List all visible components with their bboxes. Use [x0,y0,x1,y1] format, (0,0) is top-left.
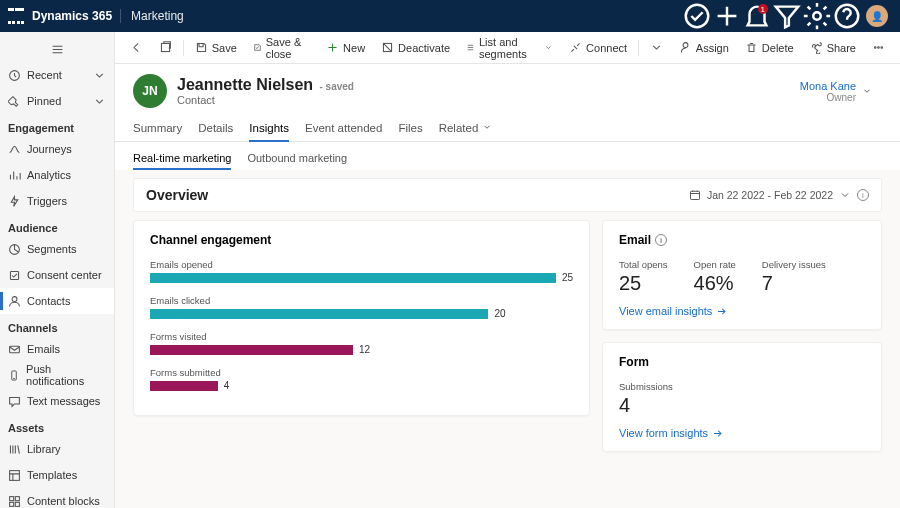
bar-label: Forms submitted [150,367,573,378]
bar-label: Forms visited [150,331,573,342]
sidebar-item-analytics[interactable]: Analytics [0,162,114,188]
sidebar-recent-label: Recent [27,69,62,81]
bar-row: 12 [150,344,573,355]
view-form-insights-link[interactable]: View form insights [619,427,865,439]
sidebar-item-push[interactable]: Push notifications [0,362,114,388]
settings-icon[interactable] [802,0,832,32]
notifications-icon[interactable]: 1 [742,0,772,32]
sidebar-recent[interactable]: Recent [0,62,114,88]
deactivate-button[interactable]: Deactivate [374,36,457,60]
svg-rect-20 [690,191,699,199]
assign-button[interactable]: Assign [672,36,736,60]
main: Save Save & close New Deactivate List an… [115,32,900,508]
subtab-outbound[interactable]: Outbound marketing [247,148,347,170]
svg-point-6 [12,296,17,301]
sidebar-item-consent-center[interactable]: Consent center [0,262,114,288]
back-button[interactable] [123,36,150,60]
record-name: Jeannette Nielsen [177,76,313,93]
record-header: JN Jeannette Nielsen - saved Contact Mon… [115,64,900,108]
bar-label: Emails clicked [150,295,573,306]
overview-header: Overview Jan 22 2022 - Feb 22 2022 i [133,178,882,212]
user-avatar[interactable]: 👤 [862,0,892,32]
email-card-title: Email [619,233,651,247]
owner-field[interactable]: Mona Kane Owner [800,80,882,103]
svg-point-0 [686,5,709,28]
share-button[interactable]: Share [803,36,863,60]
stat-value: 46% [694,272,736,295]
date-range-picker[interactable]: Jan 22 2022 - Feb 22 2022 i [689,189,869,201]
subtab-real-time[interactable]: Real-time marketing [133,148,231,170]
connect-dropdown[interactable] [643,36,670,60]
bar-value: 4 [224,380,230,391]
sidebar-pinned-label: Pinned [27,95,61,107]
save-status: - saved [320,81,354,92]
help-icon[interactable] [832,0,862,32]
brand-label: Dynamics 365 [32,9,112,23]
arrow-right-icon [712,428,723,439]
svg-rect-13 [15,502,19,506]
bar-row: 20 [150,308,573,319]
sidebar-section-assets: Assets [0,414,114,436]
sidebar-item-triggers[interactable]: Triggers [0,188,114,214]
stat-value: 4 [619,394,673,417]
sidebar-item-library[interactable]: Library [0,436,114,462]
stat-label: Total opens [619,259,668,270]
stat-label: Open rate [694,259,736,270]
connect-button[interactable]: Connect [562,36,634,60]
overview-title: Overview [146,187,208,203]
sidebar-pinned[interactable]: Pinned [0,88,114,114]
calendar-icon [689,189,701,201]
tab-summary[interactable]: Summary [133,116,182,141]
overflow-button[interactable] [865,36,892,60]
bar [150,381,218,391]
save-button[interactable]: Save [188,36,244,60]
sidebar-item-contacts[interactable]: Contacts [0,288,114,314]
stat: Delivery issues7 [762,259,826,295]
open-new-window-button[interactable] [152,36,179,60]
stat: Open rate46% [694,259,736,295]
tab-event-attended[interactable]: Event attended [305,116,382,141]
stat-value: 7 [762,272,826,295]
bar-row: 25 [150,272,573,283]
sidebar-section-audience: Audience [0,214,114,236]
info-icon[interactable]: i [857,189,869,201]
bar [150,345,353,355]
owner-role: Owner [800,92,856,103]
stat-label: Submissions [619,381,673,392]
app-label: Marketing [120,9,184,23]
svg-rect-7 [10,346,20,353]
stat-label: Delivery issues [762,259,826,270]
tab-related[interactable]: Related [439,116,492,141]
sidebar-item-text[interactable]: Text messages [0,388,114,414]
filter-icon[interactable] [772,0,802,32]
bar [150,309,488,319]
record-entity: Contact [177,94,354,106]
sidebar-collapse-button[interactable] [0,36,114,62]
sidebar-item-templates[interactable]: Templates [0,462,114,488]
owner-name: Mona Kane [800,80,856,92]
assist-icon[interactable] [682,0,712,32]
view-email-insights-link[interactable]: View email insights [619,305,865,317]
bar-row: 4 [150,380,573,391]
sidebar-section-channels: Channels [0,314,114,336]
tab-details[interactable]: Details [198,116,233,141]
contact-avatar: JN [133,74,167,108]
svg-rect-14 [161,43,169,51]
svg-point-16 [683,43,688,48]
new-button[interactable]: New [319,36,372,60]
sidebar-item-emails[interactable]: Emails [0,336,114,362]
sidebar-item-journeys[interactable]: Journeys [0,136,114,162]
add-icon[interactable] [712,0,742,32]
sidebar-item-content-blocks[interactable]: Content blocks [0,488,114,508]
info-icon[interactable]: i [655,234,667,246]
list-segments-button[interactable]: List and segments [459,36,560,60]
app-launcher-icon[interactable] [8,8,24,24]
save-close-button[interactable]: Save & close [246,36,317,60]
tab-insights[interactable]: Insights [249,116,289,142]
svg-rect-10 [10,496,14,500]
delete-button[interactable]: Delete [738,36,801,60]
bar-value: 20 [494,308,505,319]
tab-files[interactable]: Files [398,116,422,141]
bar-label: Emails opened [150,259,573,270]
sidebar-item-segments[interactable]: Segments [0,236,114,262]
